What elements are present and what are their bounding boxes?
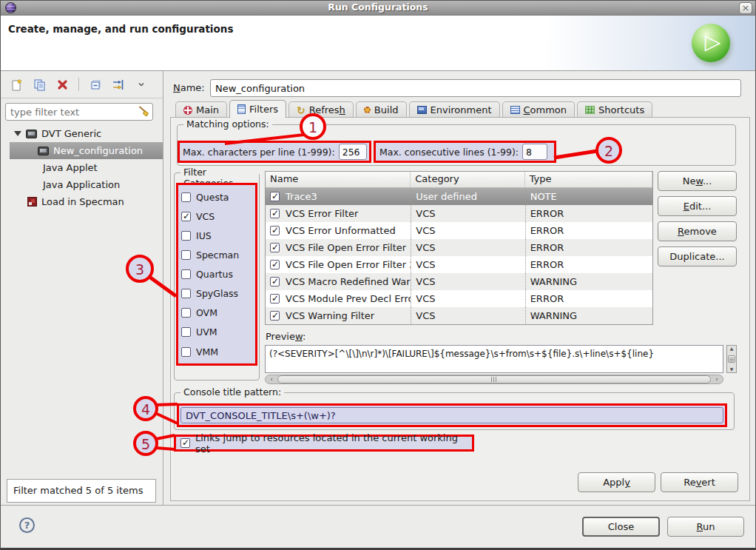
category-spyglass[interactable]: SpyGlass bbox=[181, 286, 252, 301]
toolbar-separator bbox=[78, 78, 79, 91]
spyglass-checkbox[interactable] bbox=[181, 289, 191, 298]
duplicate-filter-button[interactable]: Duplicate... bbox=[658, 247, 737, 266]
delete-configuration-icon[interactable] bbox=[55, 78, 69, 91]
tab-shortcuts[interactable]: Shortcuts bbox=[577, 101, 652, 118]
category-ovm[interactable]: OVM bbox=[181, 306, 252, 321]
tree-item-java-application[interactable]: Java Application bbox=[1, 176, 163, 193]
new-configuration-icon[interactable] bbox=[10, 78, 23, 91]
row-checkbox[interactable] bbox=[270, 311, 280, 321]
tab-common[interactable]: Common bbox=[502, 101, 576, 118]
links-jump-highlight: Links jump to resources located in the c… bbox=[174, 435, 474, 452]
name-label: Name: bbox=[173, 82, 205, 93]
column-header-type[interactable]: Type bbox=[525, 172, 652, 187]
close-button[interactable]: Close bbox=[582, 517, 660, 537]
table-row[interactable]: VCS File Open Error Filter VCS ERROR bbox=[266, 239, 652, 256]
horizontal-scroll-thumb[interactable] bbox=[277, 375, 711, 383]
category-questa[interactable]: Questa bbox=[181, 190, 252, 204]
name-input[interactable] bbox=[210, 79, 741, 97]
run-button[interactable]: Run bbox=[667, 517, 744, 537]
scroll-up-icon[interactable]: ▲ bbox=[730, 346, 734, 352]
title-bar: Run Configurations × bbox=[1, 1, 755, 16]
row-checkbox[interactable] bbox=[270, 226, 280, 235]
column-header-category[interactable]: Category bbox=[411, 172, 524, 187]
specman-checkbox[interactable] bbox=[181, 250, 191, 260]
tree-item-new-configuration[interactable]: New_configuration bbox=[10, 142, 163, 159]
console-pattern-highlight bbox=[177, 403, 727, 427]
ius-checkbox[interactable] bbox=[181, 231, 191, 241]
tab-main[interactable]: Main bbox=[175, 101, 227, 118]
filters-tab-panel: Matching options: Max. characters per li… bbox=[170, 117, 750, 501]
column-header-name[interactable]: Name bbox=[266, 172, 411, 187]
matching-options-legend: Matching options: bbox=[183, 118, 272, 130]
edit-filter-button[interactable]: Edit... bbox=[658, 196, 737, 216]
vertical-scroll-thumb[interactable] bbox=[728, 355, 735, 363]
category-vcs[interactable]: VCS bbox=[181, 209, 252, 224]
table-row[interactable]: VCS Warning Filter VCS WARNING bbox=[266, 307, 652, 324]
category-quartus[interactable]: Quartus bbox=[181, 267, 252, 282]
uvm-checkbox[interactable] bbox=[181, 327, 191, 337]
row-checkbox[interactable] bbox=[270, 192, 280, 201]
tree-filter-field bbox=[5, 103, 153, 121]
row-checkbox[interactable] bbox=[270, 277, 280, 286]
table-row[interactable]: VCS Error Unformatted VCS ERROR bbox=[266, 222, 652, 239]
scroll-left-icon[interactable]: ‹ bbox=[266, 375, 277, 383]
table-row[interactable]: VCS Macro Redefined Warn VCS WARNING bbox=[266, 273, 652, 290]
category-ius[interactable]: IUS bbox=[181, 228, 252, 243]
help-icon[interactable]: ? bbox=[19, 517, 35, 533]
scroll-down-icon[interactable]: ▼ bbox=[730, 366, 734, 372]
tree-item-java-applet[interactable]: Java Applet bbox=[1, 159, 163, 176]
table-row[interactable]: Trace3 User defined NOTE bbox=[266, 188, 652, 205]
questa-checkbox[interactable] bbox=[181, 192, 191, 202]
revert-button[interactable]: Revert bbox=[661, 472, 738, 492]
preview-textarea[interactable]: (?<SEVERITY>[^\[\]\n\r]*)\[FAILURE\]${me… bbox=[265, 345, 723, 373]
tab-build[interactable]: Build bbox=[356, 101, 407, 118]
shortcuts-tab-icon bbox=[585, 106, 595, 114]
tree-item-label: New_configuration bbox=[53, 145, 143, 156]
console-title-legend: Console title pattern: bbox=[180, 386, 284, 398]
tab-environment[interactable]: Environment bbox=[409, 101, 500, 118]
quartus-checkbox[interactable] bbox=[181, 269, 191, 279]
table-row[interactable]: VCS Module Prev Decl Erro VCS ERROR bbox=[266, 290, 652, 307]
close-icon[interactable]: × bbox=[739, 2, 752, 14]
max-lines-input[interactable] bbox=[522, 144, 547, 160]
tab-refresh[interactable]: ↻ Refresh bbox=[288, 101, 354, 118]
vmm-checkbox[interactable] bbox=[181, 347, 191, 357]
tab-filters[interactable]: Filters bbox=[229, 100, 286, 118]
remove-filter-button[interactable]: Remove bbox=[658, 221, 737, 241]
run-sphere-icon: ▷ bbox=[692, 24, 730, 62]
preview-horizontal-scrollbar[interactable]: ‹ › bbox=[265, 375, 723, 384]
category-vmm[interactable]: VMM bbox=[181, 344, 252, 359]
ovm-checkbox[interactable] bbox=[181, 308, 191, 318]
row-checkbox[interactable] bbox=[270, 209, 280, 218]
row-checkbox[interactable] bbox=[270, 260, 280, 269]
tree-item-dvt-generic[interactable]: DVT Generic bbox=[1, 125, 163, 142]
links-jump-checkbox[interactable] bbox=[180, 438, 190, 448]
new-filter-button[interactable]: New... bbox=[658, 171, 737, 191]
apply-button[interactable]: Apply bbox=[578, 472, 655, 492]
common-tab-icon bbox=[510, 106, 520, 114]
row-checkbox[interactable] bbox=[270, 294, 280, 303]
tree-expander-icon[interactable] bbox=[14, 131, 21, 136]
category-uvm[interactable]: UVM bbox=[181, 325, 252, 340]
console-pattern-input[interactable] bbox=[180, 407, 723, 423]
collapse-all-icon[interactable] bbox=[89, 78, 102, 91]
vcs-checkbox[interactable] bbox=[181, 212, 191, 221]
max-chars-input[interactable] bbox=[339, 144, 367, 160]
sidebar-toolbar bbox=[1, 71, 163, 98]
scroll-right-icon[interactable]: › bbox=[711, 375, 723, 383]
max-chars-highlight: Max. characters per line (1-999): bbox=[178, 141, 371, 163]
toolbar-menu-chevron-icon[interactable] bbox=[135, 78, 148, 91]
table-row[interactable]: VCS Error Filter VCS ERROR bbox=[266, 205, 652, 222]
tree-filter-input[interactable] bbox=[5, 103, 153, 121]
environment-tab-icon bbox=[417, 106, 427, 114]
filter-launch-icon[interactable] bbox=[112, 78, 125, 91]
preview-vertical-scrollbar[interactable]: ▲ ▼ bbox=[726, 345, 737, 373]
row-checkbox[interactable] bbox=[270, 243, 280, 252]
duplicate-configuration-icon[interactable] bbox=[33, 78, 46, 91]
category-specman[interactable]: Specman bbox=[181, 247, 252, 262]
tree-item-load-in-specman[interactable]: Load in Specman bbox=[1, 193, 163, 210]
filters-table: Name Category Type Trace3 User defined N… bbox=[265, 171, 653, 325]
filters-table-header: Name Category Type bbox=[266, 172, 652, 188]
clear-filter-icon[interactable] bbox=[138, 105, 150, 120]
table-row[interactable]: VCS File Open Error Filter 2 VCS ERROR bbox=[266, 256, 652, 273]
